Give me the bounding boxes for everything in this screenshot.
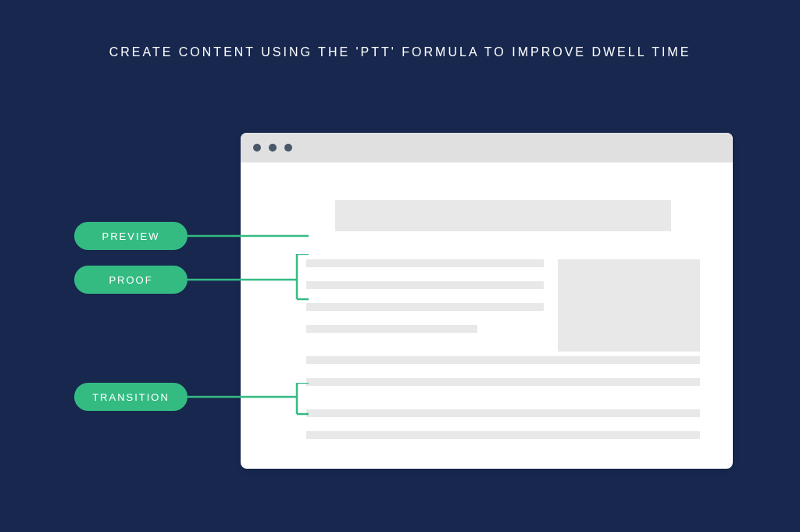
sidebar-placeholder: [558, 259, 700, 352]
text-line-placeholder: [306, 356, 700, 364]
text-line-placeholder: [306, 378, 700, 386]
browser-title-bar: [241, 133, 733, 162]
page-content: [241, 162, 733, 352]
window-dot-icon: [253, 144, 261, 152]
window-dot-icon: [269, 144, 277, 152]
hero-placeholder: [335, 200, 671, 231]
window-dot-icon: [284, 144, 292, 152]
label-transition: TRANSITION: [74, 383, 188, 411]
label-proof: PROOF: [74, 266, 188, 294]
text-line-placeholder: [306, 409, 700, 417]
label-preview: PREVIEW: [74, 222, 188, 250]
diagram-title: CREATE CONTENT USING THE 'PTT' FORMULA T…: [0, 45, 800, 59]
text-line-placeholder: [306, 431, 700, 439]
label-proof-text: PROOF: [109, 274, 152, 286]
text-line-placeholder: [306, 325, 477, 333]
article-body-lower: [241, 356, 733, 439]
label-preview-text: PREVIEW: [102, 230, 160, 242]
browser-mockup: [241, 133, 733, 469]
sidebar: [558, 259, 700, 352]
text-line-placeholder: [306, 259, 544, 267]
text-line-placeholder: [306, 281, 544, 289]
text-line-placeholder: [306, 303, 544, 311]
label-transition-text: TRANSITION: [92, 391, 170, 403]
article-body: [306, 259, 544, 352]
